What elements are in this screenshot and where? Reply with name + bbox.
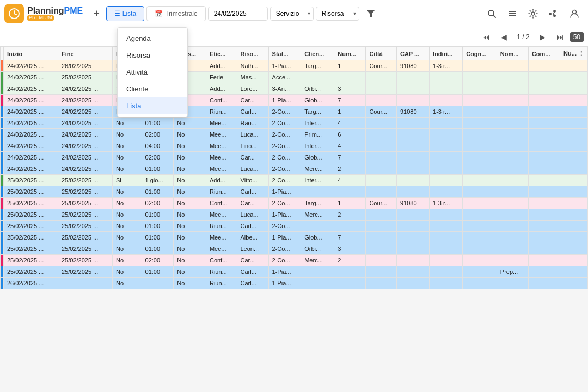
search-button[interactable] xyxy=(482,4,501,23)
cell-nu xyxy=(560,83,588,95)
cell-stat: 1-Pia... xyxy=(268,186,301,198)
table-row[interactable]: 25/02/2025 ...25/02/2025 ...No01:00NoRiu… xyxy=(1,266,588,278)
cell-inizio: 25/02/2025 ... xyxy=(4,266,58,278)
cell-inizio: 24/02/2025 ... xyxy=(4,72,58,83)
cell-riso: Luca... xyxy=(237,209,268,220)
cell-inizio: 24/02/2025 ... xyxy=(4,106,58,118)
cell-nom xyxy=(497,152,528,163)
cell-dura: 01:00 xyxy=(142,243,174,255)
cell-inizio: 25/02/2025 ... xyxy=(4,198,58,209)
table-row[interactable]: 25/02/2025 ...25/02/2025 ...No01:00NoRiu… xyxy=(1,220,588,232)
cell-fine: 25/02/2025 ... xyxy=(58,243,113,255)
col-nom[interactable]: Nom... xyxy=(497,47,528,60)
col-com[interactable]: Com... xyxy=(528,47,560,60)
cell-etic: Riun... xyxy=(206,220,237,232)
table-row[interactable]: 24/02/2025 ...24/02/2025 ...Si1 gio...No… xyxy=(1,83,588,95)
cell-citta xyxy=(366,186,397,198)
cell-peri: No xyxy=(113,118,142,129)
tab-lista[interactable]: ☰ Lista xyxy=(106,6,144,21)
table-header-row: Inizio Fine Peri... Dura... Indis... Eti… xyxy=(1,47,588,60)
col-indiri[interactable]: Indiri... xyxy=(430,47,463,60)
table-row[interactable]: 24/02/2025 ...24/02/2025 ...No02:00NoMee… xyxy=(1,152,588,163)
prev-page-button[interactable]: ◀ xyxy=(496,29,511,45)
table-row[interactable]: 24/02/2025 ...24/02/2025 ...No01:00NoMee… xyxy=(1,118,588,129)
date-picker[interactable] xyxy=(208,7,268,21)
cell-peri: No xyxy=(113,129,142,140)
menu-item-risorsa[interactable]: Risorsa xyxy=(118,47,187,64)
user-button[interactable] xyxy=(565,4,584,23)
cell-etic: Mee... xyxy=(206,140,237,152)
cell-dura: 02:00 xyxy=(142,255,174,266)
col-fine[interactable]: Fine xyxy=(58,47,113,60)
menu-item-agenda[interactable]: Agenda xyxy=(118,30,187,47)
col-num[interactable]: Num... xyxy=(334,47,366,60)
col-inizio[interactable]: Inizio xyxy=(4,47,58,60)
servizio-select[interactable]: Servizio xyxy=(270,7,314,21)
columns-menu-icon[interactable]: ⋮ xyxy=(578,50,584,57)
table-row[interactable]: 24/02/2025 ...24/02/2025 ...No04:00NoMee… xyxy=(1,140,588,152)
table-row[interactable]: 24/02/2025 ...26/02/2025No3 gio...NoAdd.… xyxy=(1,60,588,72)
table-row[interactable]: 25/02/2025 ...25/02/2025 ...No01:00NoRiu… xyxy=(1,186,588,198)
cell-fine: 25/02/2025 ... xyxy=(58,266,113,278)
menu-item-lista[interactable]: Lista xyxy=(118,97,187,114)
cell-cogn xyxy=(463,175,497,186)
next-page-button[interactable]: ▶ xyxy=(535,29,550,45)
cell-citta xyxy=(366,95,397,106)
cell-nu xyxy=(560,255,588,266)
layers-button[interactable] xyxy=(503,4,522,23)
table-row[interactable]: 24/02/2025 ...24/02/2025 ...No02:00NoCon… xyxy=(1,95,588,106)
menu-item-cliente[interactable]: Cliente xyxy=(118,81,187,97)
cell-cogn xyxy=(463,152,497,163)
col-etic[interactable]: Etic... xyxy=(206,47,237,60)
cell-com xyxy=(528,152,560,163)
cell-com xyxy=(528,220,560,232)
cell-nom xyxy=(497,243,528,255)
menu-item-attivita[interactable]: Attività xyxy=(118,64,187,81)
cell-stat: 1-Pia... xyxy=(268,60,301,72)
cell-riso: Rao... xyxy=(237,118,268,129)
col-cogn[interactable]: Cogn... xyxy=(463,47,497,60)
svg-rect-5 xyxy=(509,13,516,14)
table-row[interactable]: 25/02/2025 ...25/02/2025 ...No02:00NoCon… xyxy=(1,255,588,266)
cell-fine: 24/02/2025 ... xyxy=(58,129,113,140)
filter-button[interactable] xyxy=(362,4,380,23)
cell-riso: Carl... xyxy=(237,186,268,198)
cell-com xyxy=(528,266,560,278)
col-citta[interactable]: Città xyxy=(366,47,397,60)
table-row[interactable]: 26/02/2025 ...NoNoRiun...Carl...1-Pia... xyxy=(1,278,588,289)
risorsa-select[interactable]: Risorsa xyxy=(316,7,359,21)
cell-com xyxy=(528,129,560,140)
table-row[interactable]: 24/02/2025 ...25/02/2025No2 gio...SiFeri… xyxy=(1,72,588,83)
tab-trimestrale[interactable]: 📅 Trimestrale xyxy=(146,6,206,21)
table-row[interactable]: 24/02/2025 ...24/02/2025 ...No02:00NoMee… xyxy=(1,129,588,140)
last-page-button[interactable]: ⏭ xyxy=(553,29,568,45)
col-nu[interactable]: Nu... ⋮ xyxy=(560,47,588,60)
table-row[interactable]: 25/02/2025 ...25/02/2025 ...No01:00NoMee… xyxy=(1,232,588,243)
table-row[interactable]: 25/02/2025 ...25/02/2025 ...Si1 gio...No… xyxy=(1,175,588,186)
cell-etic: Conf... xyxy=(206,255,237,266)
table-row[interactable]: 24/02/2025 ...24/02/2025 ...No01:00NoRiu… xyxy=(1,106,588,118)
cell-nom xyxy=(497,186,528,198)
first-page-button[interactable]: ⏮ xyxy=(479,29,494,45)
col-cap[interactable]: CAP ... xyxy=(396,47,429,60)
col-clien[interactable]: Clien... xyxy=(301,47,334,60)
share-button[interactable] xyxy=(544,4,563,23)
col-riso[interactable]: Riso... xyxy=(237,47,268,60)
table-row[interactable]: 25/02/2025 ...25/02/2025 ...No01:00NoMee… xyxy=(1,209,588,220)
cell-dura: 02:00 xyxy=(142,198,174,209)
table-row[interactable]: 25/02/2025 ...25/02/2025 ...No02:00NoCon… xyxy=(1,198,588,209)
cell-citta xyxy=(366,152,397,163)
table-row[interactable]: 25/02/2025 ...25/02/2025 ...No01:00NoMee… xyxy=(1,243,588,255)
cell-indis: No xyxy=(174,278,206,289)
settings-button[interactable] xyxy=(524,4,542,23)
cell-dura xyxy=(142,278,174,289)
col-stat[interactable]: Stat... xyxy=(268,47,301,60)
cell-nom xyxy=(497,72,528,83)
cell-cap xyxy=(396,186,429,198)
table-row[interactable]: 24/02/2025 ...24/02/2025 ...No01:00NoMee… xyxy=(1,163,588,175)
cell-clien: Targ... xyxy=(301,106,334,118)
cell-citta: Cour... xyxy=(366,198,397,209)
cell-indis: No xyxy=(174,243,206,255)
add-button[interactable]: + xyxy=(89,5,104,21)
cell-stat: 1-Pia... xyxy=(268,232,301,243)
